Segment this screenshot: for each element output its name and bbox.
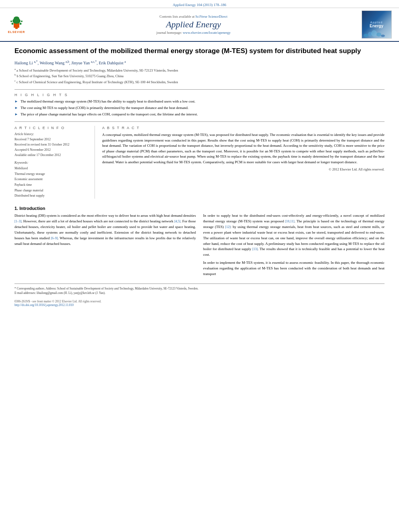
svg-point-11	[376, 33, 381, 37]
article-info-label: A R T I C L E I N F O	[14, 126, 89, 130]
svg-point-8	[364, 34, 368, 37]
kw-4: Payback time	[14, 182, 89, 188]
date-3: Accepted 6 November 2012	[14, 148, 89, 153]
svg-point-6	[10, 21, 12, 22]
divider-2	[14, 121, 385, 122]
copyright-line: © 2012 Elsevier Ltd. All rights reserved…	[102, 167, 385, 171]
affil-a: a a School of Sustainable Development of…	[14, 67, 385, 73]
homepage-line: journal homepage: www.elsevier.com/locat…	[27, 31, 360, 35]
keywords-label: Keywords:	[14, 161, 89, 164]
introduction-section: 1. Introduction District heating (DH) sy…	[14, 206, 385, 277]
homepage-link[interactable]: www.elsevier.com/locate/apenergy	[183, 31, 230, 35]
svg-point-3	[14, 16, 19, 21]
abstract-col: A B S T R A C T A conceptual system, mob…	[102, 126, 385, 199]
svg-point-5	[20, 23, 22, 25]
applied-energy-logo-box: Applied Energy	[362, 10, 392, 39]
date-4: Available online 17 December 2012	[14, 153, 89, 158]
keywords-list: Mobilized Thermal energy storage Economi…	[14, 166, 89, 199]
history-label: Article history:	[14, 132, 89, 136]
kw-6: Distributed heat supply	[14, 193, 89, 199]
journal-name: Applied Energy	[27, 19, 360, 30]
highlight-item-2: ► The cost using M-TES to supply heat (C…	[14, 105, 385, 111]
logo-text-main: Energy	[370, 24, 383, 29]
arrow-icon-2: ►	[14, 105, 18, 111]
journal-reference: Applied Energy 104 (2013) 178–186	[173, 3, 226, 7]
abstract-text: A conceptual system, mobilized thermal e…	[102, 132, 385, 165]
intro-right-para-2: In order to implement the M-TES system, …	[203, 260, 385, 277]
svg-point-12	[381, 35, 385, 37]
issn-line: 0306-2619/$ - see front matter © 2012 El…	[14, 300, 101, 303]
affil-b: b b School of Engineering, Sun Yat-Sen U…	[14, 73, 385, 79]
svg-point-10	[371, 30, 377, 37]
kw-5: Phase change material	[14, 188, 89, 193]
bottom-footer: 0306-2619/$ - see front matter © 2012 El…	[14, 300, 385, 307]
highlights-label: H I G H L I G H T S	[14, 93, 385, 97]
kw-3: Economic assessment	[14, 177, 89, 182]
svg-point-4	[12, 23, 14, 25]
article-info-abstract: A R T I C L E I N F O Article history: R…	[14, 126, 385, 199]
article-title: Economic assessment of the mobilized the…	[14, 47, 385, 55]
affiliations: a a School of Sustainable Development of…	[14, 67, 385, 85]
svg-point-7	[21, 21, 23, 22]
footnote-section: * Corresponding authors. Address: School…	[14, 283, 385, 296]
footnote-email: E-mail addresses: lihailong@gmail.com (H…	[14, 291, 385, 295]
main-content: Economic assessment of the mobilized the…	[0, 42, 399, 312]
footer-left: 0306-2619/$ - see front matter © 2012 El…	[14, 300, 101, 307]
intro-heading: 1. Introduction	[14, 206, 385, 211]
abstract-label: A B S T R A C T	[102, 126, 385, 130]
highlights-section: H I G H L I G H T S ► The mobilized ther…	[14, 93, 385, 117]
kw-1: Mobilized	[14, 166, 89, 171]
kw-2: Thermal energy storage	[14, 171, 89, 177]
arrow-icon-3: ►	[14, 112, 18, 117]
affil-c: c c School of Chemical Science and Engin…	[14, 79, 385, 85]
intro-left-para-1: District heating (DH) system is consider…	[14, 213, 196, 247]
authors-text: Hailong Li a,*, Weilong Wang a,b, Jinyue…	[14, 61, 126, 65]
date-1: Received 7 September 2012	[14, 137, 89, 142]
sciverse-line: Contents lists available at SciVerse Sci…	[27, 14, 360, 18]
sciverse-link[interactable]: SciVerse ScienceDirect	[195, 14, 228, 18]
top-bar: Applied Energy 104 (2013) 178–186	[0, 0, 399, 8]
divider-1	[14, 89, 385, 90]
logo-text-top: Applied	[370, 21, 383, 24]
doi-line: http://dx.doi.org/10.1016/j.apenergy.201…	[14, 303, 101, 307]
elsevier-logo: ELSEVIER	[6, 16, 27, 33]
highlight-item-3: ► The price of phase change material has…	[14, 112, 385, 117]
applied-energy-logo: Applied Energy	[360, 10, 393, 39]
intro-left-col: District heating (DH) system is consider…	[14, 213, 196, 277]
doi-link[interactable]: http://dx.doi.org/10.1016/j.apenergy.201…	[14, 303, 74, 307]
authors-line: Hailong Li a,*, Weilong Wang a,b, Jinyue…	[14, 60, 385, 65]
intro-right-col: In order to supply heat to the distribut…	[203, 213, 385, 277]
footnote-corresponding: * Corresponding authors. Address: School…	[14, 286, 385, 291]
intro-body: District heating (DH) system is consider…	[14, 213, 385, 277]
journal-center-info: Contents lists available at SciVerse Sci…	[27, 14, 360, 35]
elsevier-label: ELSEVIER	[8, 31, 25, 33]
intro-right-para-1: In order to supply heat to the distribut…	[203, 213, 385, 258]
date-2: Received in revised form 31 October 2012	[14, 142, 89, 148]
highlight-item-1: ► The mobilized thermal energy storage s…	[14, 99, 385, 104]
arrow-icon-1: ►	[14, 99, 18, 104]
history-dates: Received 7 September 2012 Received in re…	[14, 137, 89, 158]
journal-header: ELSEVIER Contents lists available at Sci…	[0, 8, 399, 42]
article-info-col: A R T I C L E I N F O Article history: R…	[14, 126, 95, 199]
